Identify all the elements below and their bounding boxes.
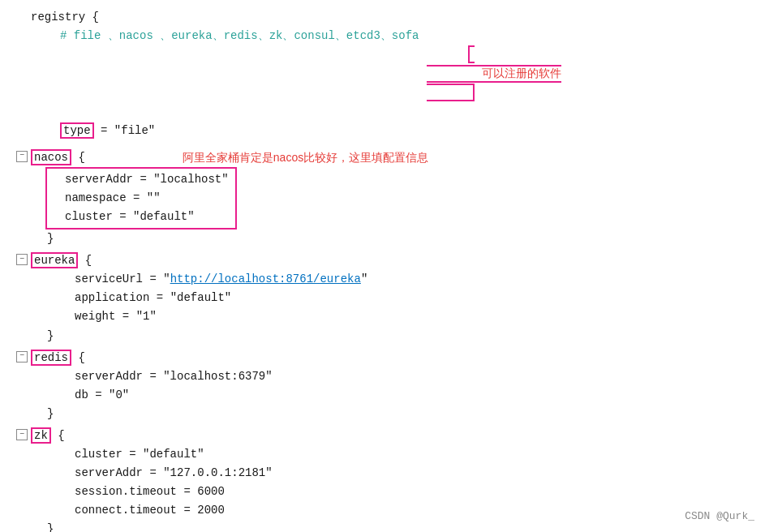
nacos-serveraddr-val: "localhost": [153, 173, 228, 186]
watermark: CSDN @Qurk_: [685, 510, 754, 522]
line-comment: # file 、nacos 、eureka、redis、zk、consul、et…: [16, 27, 769, 121]
annotation-box: 可以注册的软件: [427, 45, 561, 101]
collapse-redis[interactable]: −: [16, 351, 28, 363]
annotation-registerable: 可以注册的软件: [482, 66, 561, 79]
zk-label-open: zk {: [31, 427, 65, 445]
redis-box: redis: [31, 350, 71, 366]
redis-label-open: redis {: [31, 349, 85, 367]
eureka-serviceurl-link[interactable]: http://localhost:8761/eureka: [170, 272, 361, 285]
line-redis-close: }: [16, 405, 769, 423]
redis-db: db = "0": [75, 386, 129, 405]
nacos-namespace-val: "": [147, 191, 161, 204]
comment-text: # file 、nacos 、eureka、redis、zk、consul、et…: [60, 27, 419, 45]
type-value: "file": [114, 124, 155, 137]
line-empty-1: [16, 140, 769, 148]
line-nacos-close: }: [16, 230, 769, 248]
nacos-namespace: namespace = "": [65, 189, 161, 208]
nacos-cluster: cluster = "default": [65, 208, 195, 226]
registry-open: registry {: [31, 8, 99, 27]
line-zk-serveraddr: serverAddr = "127.0.0.1:2181": [16, 464, 769, 483]
line-eureka-serviceurl: serviceUrl = "http://localhost:8761/eure…: [16, 270, 769, 289]
line-nacos-open: − nacos { 阿里全家桶肯定是nacos比较好，这里填配置信息: [16, 148, 769, 167]
nacos-box: nacos: [31, 149, 71, 165]
eureka-application: application = "default": [75, 289, 231, 307]
redis-close-brace: }: [47, 405, 54, 423]
nacos-inner-block: serverAddr = "localhost" namespace = "" …: [16, 167, 769, 230]
line-redis-db: db = "0": [16, 386, 769, 405]
line-eureka-close: }: [16, 327, 769, 345]
line-redis-serveraddr: serverAddr = "localhost:6379": [16, 367, 769, 386]
zk-connect-timeout: connect.timeout = 2000: [75, 501, 225, 520]
nacos-label-open: nacos {: [31, 148, 85, 167]
line-eureka-weight: weight = "1": [16, 307, 769, 326]
zk-session-timeout: session.timeout = 6000: [75, 483, 225, 501]
line-zk-connect-timeout: connect.timeout = 2000: [16, 501, 769, 520]
nacos-config-box: serverAddr = "localhost" namespace = "" …: [45, 167, 237, 230]
type-keyword: type = "file": [60, 122, 155, 140]
line-zk-cluster: cluster = "default": [16, 445, 769, 464]
line-registry-open: registry {: [16, 8, 769, 27]
line-redis-open: − redis {: [16, 349, 769, 367]
zk-box: zk: [31, 427, 51, 444]
eureka-serviceurl-key: serviceUrl = "http://localhost:8761/eure…: [75, 270, 367, 289]
zk-close-brace: }: [47, 520, 54, 532]
eureka-close-brace: }: [47, 327, 54, 345]
zk-serveraddr: serverAddr = "127.0.0.1:2181": [75, 464, 273, 483]
collapse-zk[interactable]: −: [16, 429, 28, 440]
type-highlight-box: type: [60, 122, 94, 139]
zk-cluster: cluster = "default": [75, 445, 204, 464]
eureka-label-open: eureka {: [31, 251, 92, 270]
nacos-serveraddr: serverAddr = "localhost": [65, 170, 229, 189]
line-nacos-namespace: namespace = "": [50, 189, 229, 208]
line-zk-open: − zk {: [16, 427, 769, 445]
line-eureka-open: − eureka {: [16, 251, 769, 270]
line-nacos-serveraddr: serverAddr = "localhost": [50, 170, 229, 189]
code-area: registry { # file 、nacos 、eureka、redis、z…: [0, 0, 769, 532]
eureka-box: eureka: [31, 252, 78, 268]
collapse-eureka[interactable]: −: [16, 254, 28, 265]
annotation-nacos: 阿里全家桶肯定是nacos比较好，这里填配置信息: [183, 148, 428, 167]
line-zk-close: }: [16, 520, 769, 532]
line-eureka-app: application = "default": [16, 289, 769, 307]
redis-serveraddr: serverAddr = "localhost:6379": [75, 367, 273, 386]
line-zk-session-timeout: session.timeout = 6000: [16, 483, 769, 501]
line-type: type = "file": [16, 122, 769, 140]
line-nacos-cluster: cluster = "default": [50, 208, 229, 226]
collapse-nacos[interactable]: −: [16, 151, 28, 162]
eureka-weight: weight = "1": [75, 307, 157, 326]
nacos-cluster-val: "default": [133, 210, 195, 223]
nacos-close-brace: }: [47, 230, 54, 248]
